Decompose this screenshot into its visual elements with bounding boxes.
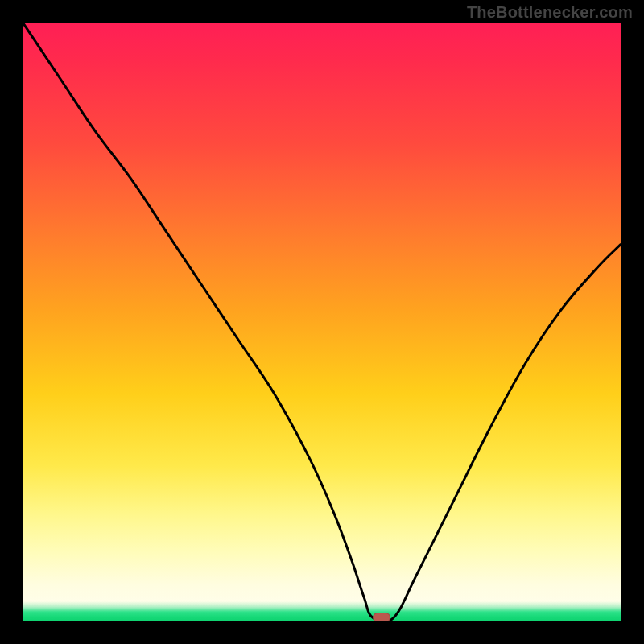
plot-area (23, 23, 621, 621)
bottleneck-curve (23, 23, 621, 621)
optimal-point-marker (373, 613, 390, 621)
watermark-text: TheBottlenecker.com (467, 3, 633, 22)
chart-frame: TheBottlenecker.com (0, 0, 644, 644)
